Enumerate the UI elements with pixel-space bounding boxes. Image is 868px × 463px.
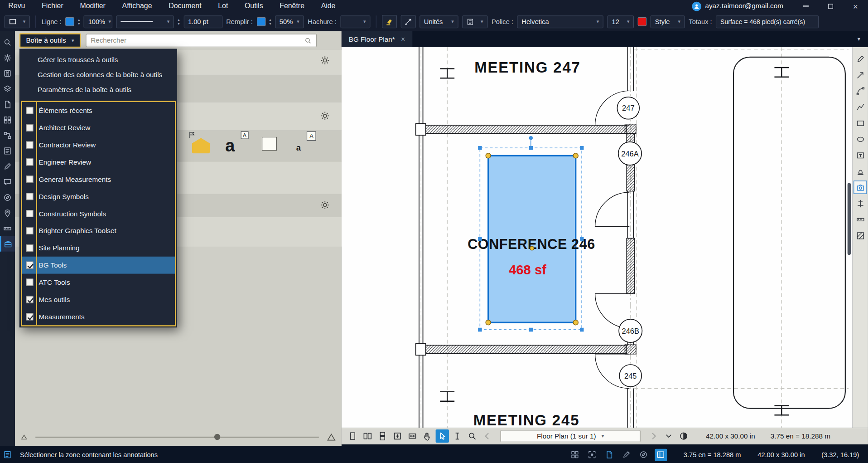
vertical-scrollbar[interactable] [848,183,851,255]
toolset-row[interactable]: BG Tools [22,257,175,274]
highlighter-icon[interactable] [382,15,397,28]
font-select[interactable]: Helvetica▾ [517,15,604,28]
fill-opacity-select[interactable]: 50%▾ [275,15,304,28]
page-select[interactable]: Floor Plan (1 sur 1)▾ [501,430,641,442]
slider-handle[interactable] [214,434,220,439]
font-color-swatch[interactable] [638,17,647,26]
toolset-row[interactable]: Design Symbols [22,188,175,205]
snap-points-icon[interactable] [586,448,598,461]
line-opacity-stepper[interactable]: ▴▾ [78,18,80,25]
split-pane-icon[interactable] [655,448,667,461]
zoom-icon[interactable] [466,429,479,443]
toolset-row[interactable]: Brighter Graphics Toolset [22,222,175,239]
menu-lot[interactable]: Lot [210,0,236,12]
contrast-icon[interactable] [677,429,690,443]
layers-icon[interactable] [0,81,15,96]
line-width-input[interactable]: 1.00 pt [183,15,222,28]
callout-icon[interactable] [854,69,866,81]
tab-bg-floor-plan[interactable]: BG Floor Plan* × [342,31,412,47]
select-icon[interactable] [436,429,449,443]
toolset-row[interactable]: Contractor Review [22,136,175,154]
next-page-icon[interactable] [647,429,660,443]
toolbox-icon[interactable] [0,236,15,252]
account[interactable]: ayaz.taimoor@gmail.com [692,1,783,11]
bookmarks-icon[interactable] [0,97,15,112]
tool-highlight-marker[interactable] [188,132,215,161]
rectangle-icon[interactable] [854,117,866,129]
textbox-icon[interactable] [854,149,866,161]
page-menu-icon[interactable] [662,429,675,443]
close-button[interactable]: × [843,0,868,12]
grid-snap-icon[interactable] [569,448,581,461]
search-input[interactable]: Rechercher [86,34,317,47]
previous-page-icon[interactable] [481,429,494,443]
toolset-checkbox[interactable] [26,262,33,269]
select-text-icon[interactable] [451,429,464,443]
tab-close-icon[interactable]: × [401,35,405,43]
account-email[interactable]: ayaz.taimoor@gmail.com [705,2,783,10]
style-select[interactable]: Style▾ [651,15,685,28]
totals-value[interactable]: Surface = 468 pied(s) carré(s) [716,15,819,28]
toolset-row[interactable]: Mes outils [22,291,175,308]
line-color-swatch[interactable] [65,17,74,26]
markup-list-icon[interactable] [1,448,14,461]
dropdown-action[interactable]: Gérer les trousses à outils [19,53,177,68]
toolset-settings-gear-icon[interactable] [320,111,330,121]
thumbnails-icon[interactable] [0,112,15,127]
ellipse-icon[interactable] [854,133,866,145]
tool-text-note[interactable]: Aa [222,132,250,161]
measure-icon[interactable] [854,213,866,225]
document-mode-icon[interactable] [603,448,616,461]
facing-pages-icon[interactable] [361,429,374,443]
toolset-checkbox[interactable] [26,107,33,114]
toolset-checkbox[interactable] [26,124,33,132]
toolset-row[interactable]: Site Planning [22,239,175,257]
toolset-checkbox[interactable] [26,141,33,149]
tool-blank-note[interactable] [256,132,284,161]
continuous-icon[interactable] [376,429,389,443]
forms-icon[interactable] [0,143,15,158]
zoom-in-triangle-icon[interactable] [327,432,336,442]
fit-page-icon[interactable] [391,429,404,443]
tool-text-note-small[interactable]: Aa [289,132,317,161]
toolset-checkbox[interactable] [26,279,33,286]
comments-icon[interactable] [0,174,15,190]
toolset-row[interactable]: ATC Tools [22,274,175,291]
toolset-row[interactable]: Engineer Review [22,153,175,171]
toolbox-dropdown-button[interactable]: Boîte à outils▾ [19,33,81,48]
dropdown-action[interactable]: Gestion des colonnes de la boîte à outil… [19,68,177,83]
markup-summary-icon[interactable] [0,158,15,174]
toolset-checkbox[interactable] [26,210,33,217]
font-size-select[interactable]: 12▾ [608,15,634,28]
menu-fichier[interactable]: Fichier [34,0,72,12]
document-canvas[interactable]: MEETING 247 MEETING 245 [342,47,853,428]
hatch-select[interactable]: ▾ [340,15,370,28]
fit-width-icon[interactable] [406,429,419,443]
toolset-row[interactable]: General Measurements [22,171,175,188]
menu-aide[interactable]: Aide [313,0,343,12]
toolset-checkbox[interactable] [26,313,33,320]
toolset-checkbox[interactable] [26,175,33,183]
spaces-icon[interactable] [0,127,15,143]
toolset-row[interactable]: Measurements [22,308,175,325]
menu-fen-tre[interactable]: Fenêtre [271,0,313,12]
search-icon[interactable] [0,34,15,50]
toolset-row[interactable]: Éléments récents [22,102,175,119]
hatch-icon[interactable] [854,229,866,242]
toolset-checkbox[interactable] [26,227,33,234]
zoom-out-triangle-icon[interactable] [20,434,28,441]
menu-affichage[interactable]: Affichage [114,0,160,12]
toolset-checkbox[interactable] [26,158,33,166]
snapshot-icon[interactable] [854,181,866,194]
pen-icon[interactable] [854,53,866,65]
stamp-icon[interactable] [854,165,866,177]
units-select[interactable]: Unités▾ [420,15,458,28]
dropdown-action[interactable]: Paramètres de la boîte à outils [19,83,177,97]
measurements-icon[interactable] [0,190,15,205]
toolset-checkbox[interactable] [26,193,33,200]
current-tool-select[interactable]: ▾ [5,15,30,28]
places-icon[interactable] [0,205,15,220]
slider-track[interactable] [35,436,319,437]
columns-select[interactable]: ▾ [462,15,487,28]
file-access-icon[interactable] [0,65,15,81]
